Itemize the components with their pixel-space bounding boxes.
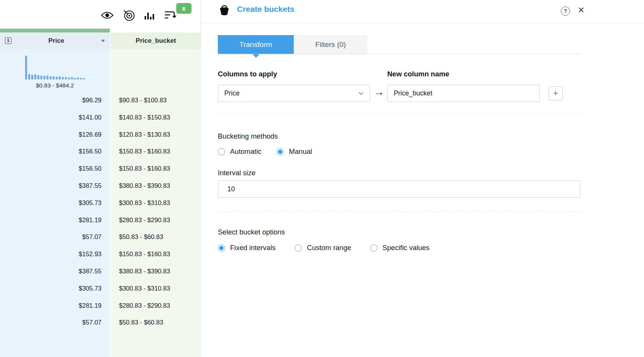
close-icon[interactable]: ✕ bbox=[578, 5, 584, 15]
target-icon[interactable] bbox=[122, 8, 136, 22]
histogram-bar bbox=[25, 56, 27, 79]
bucket-column-header[interactable]: Price_bucket bbox=[111, 32, 201, 49]
histogram-bar bbox=[62, 77, 64, 79]
new-column-name-input[interactable] bbox=[387, 85, 540, 102]
bucket-column-spacer bbox=[111, 49, 201, 92]
bucket-cell[interactable]: $300.83 - $310.83 bbox=[111, 280, 201, 297]
histogram-bar bbox=[53, 76, 55, 79]
bucket-cell[interactable]: $300.83 - $310.83 bbox=[111, 194, 201, 212]
histogram-bar bbox=[80, 78, 82, 79]
panel-tabs: Transform Filters (0) bbox=[218, 35, 367, 54]
price-cell[interactable]: $126.69 bbox=[0, 126, 110, 143]
histogram-bar bbox=[43, 76, 45, 79]
price-cell[interactable]: $156.50 bbox=[0, 160, 110, 177]
bucket-column: Price_bucket $90.83 - $100.83$140.83 - $… bbox=[111, 32, 201, 357]
radio-circle-icon[interactable] bbox=[370, 244, 377, 252]
price-cell[interactable]: $387.55 bbox=[0, 263, 110, 280]
interval-size-input[interactable] bbox=[218, 180, 580, 198]
bucket-cell[interactable]: $380.83 - $390.83 bbox=[111, 263, 201, 280]
bucket-cell[interactable]: $280.83 - $290.83 bbox=[111, 212, 201, 229]
histogram-bar bbox=[40, 76, 42, 79]
radio-specific-values-label: Specific values bbox=[382, 244, 429, 252]
eye-icon[interactable] bbox=[100, 8, 114, 22]
histogram-bar bbox=[28, 74, 30, 79]
bucket-cell[interactable]: $140.83 - $150.83 bbox=[111, 109, 201, 126]
histogram-bar bbox=[59, 76, 61, 79]
radio-automatic-label: Automatic bbox=[230, 147, 261, 156]
radio-manual[interactable]: Manual bbox=[277, 147, 312, 156]
radio-circle-icon[interactable] bbox=[277, 148, 284, 155]
grid-toolbar: 6 bbox=[0, 0, 201, 29]
histogram-tool-icon[interactable] bbox=[143, 8, 156, 22]
histogram-bar bbox=[71, 77, 73, 79]
column-menu-caret-icon[interactable] bbox=[101, 40, 105, 42]
price-cell[interactable]: $57.07 bbox=[0, 228, 110, 246]
price-cell[interactable]: $57.07 bbox=[0, 314, 110, 331]
bucket-cell[interactable]: $150.83 - $160.83 bbox=[111, 246, 201, 263]
columns-to-apply-select[interactable]: Price bbox=[218, 85, 370, 102]
histogram-bar bbox=[77, 78, 79, 79]
chevron-down-icon bbox=[359, 92, 364, 95]
radio-custom-range[interactable]: Custom range bbox=[295, 244, 351, 252]
price-cell[interactable]: $305.73 bbox=[0, 280, 110, 297]
selected-column-value: Price bbox=[224, 89, 359, 97]
histogram-bar bbox=[31, 75, 33, 79]
tabs-divider bbox=[218, 54, 580, 54]
bucket-cell[interactable]: $280.83 - $290.83 bbox=[111, 297, 201, 314]
bucket-column-title: Price_bucket bbox=[136, 37, 176, 45]
radio-automatic[interactable]: Automatic bbox=[218, 147, 261, 156]
price-column-header[interactable]: $ Price bbox=[0, 32, 110, 49]
price-column: $ Price $0.83 - $484.2 $96.29$141.00$126… bbox=[0, 29, 110, 357]
radio-circle-icon[interactable] bbox=[218, 244, 225, 252]
radio-fixed-intervals-label: Fixed intervals bbox=[230, 244, 275, 252]
radio-fixed-intervals[interactable]: Fixed intervals bbox=[218, 244, 275, 252]
help-icon[interactable]: ? bbox=[561, 6, 570, 16]
tab-filters[interactable]: Filters (0) bbox=[294, 35, 367, 54]
radio-specific-values[interactable]: Specific values bbox=[370, 244, 429, 252]
tab-transform[interactable]: Transform bbox=[218, 35, 294, 54]
column-selection-bar bbox=[0, 29, 110, 32]
bucket-cell[interactable]: $120.83 - $130.83 bbox=[111, 126, 201, 143]
panel-header-divider bbox=[201, 23, 644, 23]
bucket-cell[interactable]: $380.83 - $390.83 bbox=[111, 177, 201, 194]
data-grid-pane: 6 $ Price $0.83 - $484.2 $96.29$141.00$1… bbox=[0, 0, 201, 357]
columns-to-apply-label: Columns to apply bbox=[218, 70, 277, 78]
price-histogram[interactable]: $0.83 - $484.2 bbox=[0, 49, 110, 92]
price-cell[interactable]: $387.55 bbox=[0, 177, 110, 194]
price-cell[interactable]: $281.19 bbox=[0, 212, 110, 229]
bucketing-methods-radios: Automatic Manual bbox=[218, 147, 327, 156]
radio-circle-icon[interactable] bbox=[218, 148, 225, 155]
histogram-bar bbox=[83, 78, 85, 79]
currency-type-icon: $ bbox=[5, 37, 11, 44]
price-cell[interactable]: $305.73 bbox=[0, 194, 110, 212]
histogram-bar bbox=[65, 77, 67, 79]
bucket-cell[interactable]: $150.83 - $160.83 bbox=[111, 160, 201, 177]
bucket-cell[interactable]: $150.83 - $160.83 bbox=[111, 143, 201, 160]
price-cell[interactable]: $96.29 bbox=[0, 92, 110, 109]
histogram-bar bbox=[74, 78, 76, 79]
panel-title: Create buckets bbox=[237, 5, 295, 14]
price-cell[interactable]: $156.50 bbox=[0, 143, 110, 160]
bucketing-methods-label: Bucketing methods bbox=[218, 132, 278, 141]
price-cell[interactable]: $281.19 bbox=[0, 297, 110, 314]
bucket-cells: $90.83 - $100.83$140.83 - $150.83$120.83… bbox=[111, 92, 201, 357]
bucket-cell[interactable]: $90.83 - $100.83 bbox=[111, 92, 201, 109]
select-bucket-options-label: Select bucket options bbox=[218, 228, 285, 236]
price-cell[interactable]: $152.93 bbox=[0, 246, 110, 263]
bucket-options-radios: Fixed intervals Custom range Specific va… bbox=[218, 244, 449, 252]
bucket-cell[interactable]: $50.83 - $60.83 bbox=[111, 314, 201, 331]
interval-size-label: Interval size bbox=[218, 169, 256, 177]
price-cells: $96.29$141.00$126.69$156.50$156.50$387.5… bbox=[0, 92, 110, 357]
price-cell[interactable]: $141.00 bbox=[0, 109, 110, 126]
new-column-name-label: New column name bbox=[387, 70, 449, 78]
create-buckets-panel: Create buckets ? ✕ Transform Filters (0)… bbox=[201, 0, 644, 357]
radio-manual-label: Manual bbox=[289, 147, 312, 156]
radio-circle-icon[interactable] bbox=[295, 244, 302, 252]
bucket-cell[interactable]: $50.83 - $60.83 bbox=[111, 228, 201, 246]
bucket-icon bbox=[218, 3, 231, 16]
applied-steps-icon[interactable] bbox=[163, 8, 177, 22]
histogram-bar bbox=[68, 78, 70, 79]
steps-count-badge: 6 bbox=[176, 3, 192, 14]
histogram-bars bbox=[25, 55, 85, 79]
add-column-button[interactable]: + bbox=[549, 86, 563, 100]
